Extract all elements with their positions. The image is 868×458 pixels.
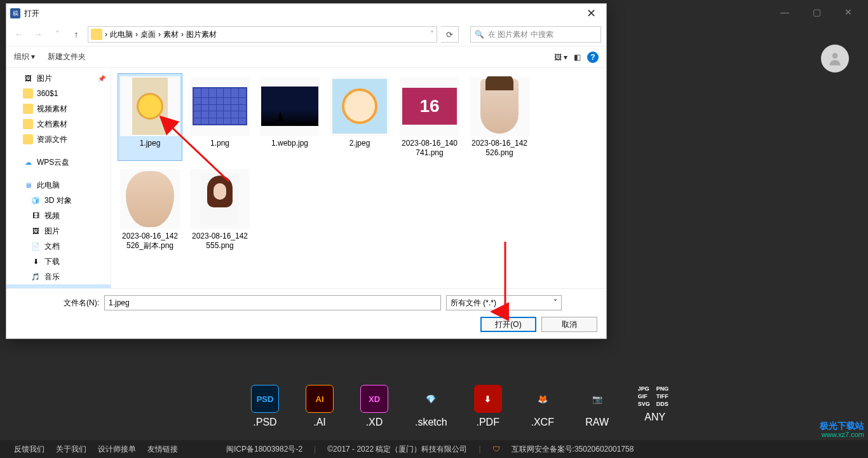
sidebar-item[interactable]: ⬇下载 (6, 254, 111, 269)
file-name: 2023-08-16_142526.png (470, 139, 529, 158)
format-icon: JPGPNGGIFTIFFSVGDDS (638, 385, 672, 408)
footer-icp[interactable]: 闽ICP备18003982号-2 (226, 444, 302, 455)
thumbnail (190, 169, 250, 229)
file-item[interactable]: 1.png (187, 73, 252, 161)
sidebar-item[interactable]: 🎵音乐 (6, 269, 111, 284)
footer-links[interactable]: 友情链接 (147, 444, 178, 455)
file-item[interactable]: 1.webp.jpg (257, 73, 322, 161)
sidebar-item[interactable]: 资源文件 (6, 132, 111, 147)
watermark-title: 极光下载站 (820, 421, 864, 430)
format-ai[interactable]: AI.AI (306, 385, 334, 428)
sidebar-item-label: 此电脑 (37, 180, 60, 191)
sidebar-item-label: 360$1 (37, 89, 58, 98)
3d-icon: 🧊 (31, 195, 41, 205)
sidebar: 🖼图片📌360$1视频素材文档素材资源文件☁WPS云盘🖥此电脑🧊3D 对象🎞视频… (6, 68, 111, 288)
footer-designer[interactable]: 设计师接单 (98, 444, 136, 455)
minimize-icon[interactable]: — (770, 3, 799, 22)
dialog-bottom: 文件名(N): 所有文件 (*.*) ˅ 打开(O) 取消 (6, 288, 606, 338)
file-item[interactable]: 2023-08-16_142526.png (467, 73, 532, 161)
format-any[interactable]: JPGPNGGIFTIFFSVGDDSANY (638, 385, 672, 423)
picture-icon: 🖼 (23, 73, 33, 83)
sidebar-item[interactable]: 🧊3D 对象 (6, 193, 111, 208)
file-item[interactable]: 162023-08-16_140741.png (397, 73, 462, 161)
footer-feedback[interactable]: 反馈我们 (14, 444, 44, 455)
forward-icon[interactable]: → (31, 27, 46, 42)
format-psd[interactable]: PSD.PSD (251, 385, 279, 428)
format-xd[interactable]: XD.XD (360, 385, 388, 428)
file-item[interactable]: 2023-08-16_142526_副本.png (118, 166, 182, 254)
dialog-titlebar: 稿 打开 ✕ (6, 4, 606, 23)
view-mode-icon[interactable]: 🖼 ▾ (554, 53, 567, 62)
file-name: 2023-08-16_142526_副本.png (121, 232, 179, 251)
file-name: 2.jpeg (349, 139, 370, 148)
dialog-title: 打开 (24, 8, 39, 19)
video-icon: 🎞 (31, 211, 41, 221)
folder-icon (23, 134, 33, 144)
sidebar-item[interactable]: 视频素材 (6, 101, 111, 116)
new-folder-button[interactable]: 新建文件夹 (48, 52, 86, 62)
refresh-icon[interactable]: ⟳ (441, 26, 459, 43)
cancel-button[interactable]: 取消 (541, 317, 597, 332)
open-button[interactable]: 打开(O) (480, 317, 536, 332)
filetype-select[interactable]: 所有文件 (*.*) ˅ (446, 295, 562, 310)
file-name: 1.webp.jpg (271, 139, 308, 148)
format-label: ANY (644, 412, 665, 423)
sidebar-item-label: 资源文件 (37, 134, 67, 145)
breadcrumb-seg[interactable]: 桌面 (140, 29, 156, 40)
file-area[interactable]: 1.jpeg1.png1.webp.jpg2.jpeg162023-08-16_… (111, 68, 606, 288)
sidebar-item-label: WPS云盘 (37, 157, 69, 168)
picture-icon: 🖼 (31, 226, 41, 236)
sidebar-item[interactable]: 文档素材 (6, 116, 111, 132)
sidebar-item[interactable]: 🎞视频 (6, 208, 111, 223)
file-item[interactable]: 2023-08-16_142555.png (187, 166, 252, 254)
watermark-url: www.xz7.com (820, 430, 864, 439)
music-icon: 🎵 (31, 272, 41, 282)
format-icon: 💎 (417, 385, 445, 413)
file-item[interactable]: 1.jpeg (118, 73, 182, 161)
filename-input[interactable] (104, 295, 441, 310)
sidebar-item[interactable]: ☁WPS云盘 (6, 155, 111, 170)
format-pdf[interactable]: ⬇.PDF (474, 385, 502, 428)
avatar[interactable] (821, 45, 849, 73)
format-raw[interactable]: 📷RAW (583, 385, 611, 428)
breadcrumb[interactable]: › 此电脑 › 桌面 › 素材 › 图片素材 ˅ (88, 26, 437, 43)
recent-icon[interactable]: ˅ (50, 27, 65, 42)
help-icon[interactable]: ? (587, 52, 599, 63)
search-input[interactable]: 🔍 在 图片素材 中搜索 (470, 26, 601, 43)
folder-icon (23, 88, 33, 99)
format-sketch[interactable]: 💎.sketch (415, 385, 447, 428)
sidebar-item[interactable]: 🖥此电脑 (6, 177, 111, 193)
back-icon[interactable]: ← (11, 27, 27, 42)
up-icon[interactable]: ↑ (69, 27, 84, 42)
organize-button[interactable]: 组织 ▾ (14, 52, 35, 62)
format-xcf[interactable]: 🦊.XCF (529, 385, 557, 428)
breadcrumb-root[interactable]: 此电脑 (110, 29, 133, 40)
file-item[interactable]: 2.jpeg (327, 73, 392, 161)
dialog-body: 🖼图片📌360$1视频素材文档素材资源文件☁WPS云盘🖥此电脑🧊3D 对象🎞视频… (6, 67, 606, 288)
sidebar-item[interactable]: 🖥桌面 (6, 284, 111, 288)
maximize-icon[interactable]: ▢ (802, 3, 831, 22)
file-name: 2023-08-16_142555.png (191, 232, 249, 251)
folder-icon (91, 29, 102, 40)
preview-pane-icon[interactable]: ◧ (574, 53, 581, 62)
format-label: .XD (366, 417, 383, 428)
search-placeholder: 在 图片素材 中搜索 (488, 29, 553, 40)
sidebar-item-label: 图片 (44, 226, 60, 237)
footer-copyright: ©2017 - 2022 稿定（厦门）科技有限公司 (327, 444, 467, 455)
sidebar-item[interactable]: 🖼图片📌 (6, 71, 111, 86)
close-icon[interactable]: ✕ (834, 3, 863, 22)
sidebar-item[interactable]: 360$1 (6, 86, 111, 101)
close-icon[interactable]: ✕ (580, 6, 602, 20)
folder-icon (23, 119, 33, 129)
sidebar-item-label: 视频素材 (37, 104, 67, 114)
breadcrumb-seg[interactable]: 素材 (163, 29, 179, 40)
breadcrumb-seg[interactable]: 图片素材 (186, 29, 217, 40)
footer-about[interactable]: 关于我们 (56, 444, 86, 455)
format-label: .sketch (415, 417, 447, 428)
cloud-icon: ☁ (23, 157, 33, 167)
sidebar-item[interactable]: 📄文档 (6, 239, 111, 254)
chevron-down-icon: ˅ (553, 298, 557, 307)
sidebar-item[interactable]: 🖼图片 (6, 223, 111, 239)
sidebar-item-label: 文档 (44, 241, 60, 252)
footer-security[interactable]: 互联网安全备案号:35020602001758 (512, 444, 634, 455)
